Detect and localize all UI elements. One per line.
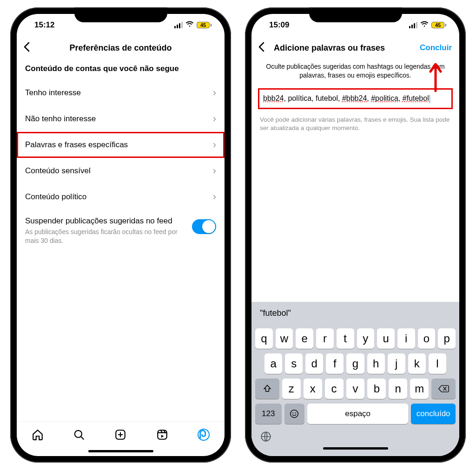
row-label: Conteúdo sensível [25, 166, 91, 176]
threads-icon[interactable] [198, 429, 210, 441]
key-f[interactable]: f [326, 353, 344, 374]
help-text: Oculte publicações sugeridas com hashtag… [251, 59, 459, 86]
key-done[interactable]: concluído [411, 404, 456, 424]
text-cursor [430, 95, 430, 103]
key-g[interactable]: g [346, 353, 364, 374]
key-u[interactable]: u [377, 328, 395, 349]
input-word: #bbb24 [342, 94, 367, 102]
key-h[interactable]: h [367, 353, 385, 374]
key-s[interactable]: s [285, 353, 303, 374]
key-n[interactable]: n [389, 379, 407, 399]
key-z[interactable]: z [282, 379, 301, 399]
settings-list: Tenho interesse › Não tenho interesse › … [17, 80, 225, 421]
key-o[interactable]: o [418, 328, 436, 349]
battery-icon: 45 [431, 22, 446, 28]
suspend-toggle[interactable] [192, 219, 216, 234]
key-backspace[interactable] [431, 379, 456, 399]
tab-bar [17, 421, 225, 447]
wifi-icon [420, 20, 429, 30]
svg-point-3 [291, 410, 298, 418]
create-icon[interactable] [114, 429, 126, 441]
keyboard-row-1: q w e r t y u i o p [253, 328, 457, 349]
keyboard-row-4: 123 espaço concluído [253, 404, 457, 424]
wifi-icon [185, 20, 194, 30]
chevron-right-icon: › [213, 113, 216, 125]
done-button[interactable]: Concluir [420, 43, 452, 52]
keyboard-candidate[interactable]: "futebol" [251, 302, 459, 325]
svg-point-4 [292, 412, 293, 413]
toggle-title: Suspender publicações sugeridas no feed [25, 216, 186, 226]
keyboard-row-2: a s d f g h j k l [253, 353, 457, 374]
key-r[interactable]: r [316, 328, 334, 349]
row-political[interactable]: Conteúdo político › [17, 184, 225, 210]
back-button[interactable] [23, 41, 30, 54]
key-i[interactable]: i [397, 328, 415, 349]
key-k[interactable]: k [408, 353, 426, 374]
input-hint: Você pode adicionar várias palavras, fra… [251, 111, 459, 138]
status-right: 45 [409, 20, 447, 30]
key-space[interactable]: espaço [307, 404, 408, 424]
keyboard: q w e r t y u i o p a s d f g h j k l [251, 325, 459, 456]
row-suspend-toggle: Suspender publicações sugeridas no feed … [17, 210, 225, 252]
page-title: Preferências de conteúdo [69, 43, 172, 53]
row-label: Tenho interesse [25, 88, 81, 98]
key-x[interactable]: x [304, 379, 322, 399]
search-icon[interactable] [73, 429, 85, 441]
key-q[interactable]: q [255, 328, 273, 349]
chevron-right-icon: › [213, 139, 216, 151]
key-l[interactable]: l [429, 353, 446, 374]
row-label: Palavras e frases específicas [25, 140, 128, 150]
key-numbers[interactable]: 123 [255, 404, 282, 424]
svg-point-5 [295, 412, 296, 413]
back-button[interactable] [258, 41, 264, 54]
svg-rect-2 [158, 430, 167, 439]
nav-header: Adicione palavras ou frases Concluir [251, 36, 459, 59]
row-words-phrases[interactable]: Palavras e frases específicas › [17, 132, 225, 158]
key-c[interactable]: c [325, 379, 344, 399]
home-indicator[interactable] [323, 447, 388, 450]
notch [74, 7, 167, 22]
key-globe[interactable] [253, 428, 457, 444]
status-time: 15:12 [34, 20, 54, 30]
home-indicator[interactable] [88, 450, 153, 452]
status-time: 15:09 [269, 20, 289, 30]
page-title: Adicione palavras ou frases [274, 43, 385, 53]
row-no-interest[interactable]: Não tenho interesse › [17, 106, 225, 132]
toggle-subtitle: As publicações sugeridas ficarão ocultas… [25, 228, 186, 245]
phone-right: 15:09 45 Adicione palavras ou frases Con… [245, 7, 466, 463]
key-b[interactable]: b [367, 379, 386, 399]
screen-right: 15:09 45 Adicione palavras ou frases Con… [251, 14, 459, 456]
key-y[interactable]: y [357, 328, 375, 349]
chevron-right-icon: › [213, 191, 216, 203]
input-word: #politica [371, 94, 398, 102]
keyboard-row-3: z x c v b n m [253, 379, 457, 399]
chevron-right-icon: › [213, 165, 216, 177]
key-d[interactable]: d [305, 353, 323, 374]
key-v[interactable]: v [346, 379, 365, 399]
section-title: Conteúdo de contas que você não segue [17, 59, 225, 80]
key-p[interactable]: p [438, 328, 456, 349]
key-j[interactable]: j [388, 353, 405, 374]
key-shift[interactable] [255, 379, 279, 399]
key-a[interactable]: a [264, 353, 282, 374]
phone-left: 15:12 45 Preferências de conteúdo Conteú… [10, 7, 231, 463]
cellular-signal-icon [174, 22, 183, 28]
key-w[interactable]: w [276, 328, 293, 349]
key-m[interactable]: m [410, 379, 429, 399]
row-sensitive[interactable]: Conteúdo sensível › [17, 158, 225, 184]
key-t[interactable]: t [337, 328, 354, 349]
reels-icon[interactable] [156, 429, 168, 441]
row-interest[interactable]: Tenho interesse › [17, 80, 225, 106]
key-emoji[interactable] [284, 404, 304, 424]
annotation-arrow [429, 63, 443, 92]
key-e[interactable]: e [296, 328, 313, 349]
battery-icon: 45 [197, 22, 212, 28]
screen-left: 15:12 45 Preferências de conteúdo Conteú… [17, 14, 225, 456]
input-word: bbb24 [263, 94, 284, 102]
words-input[interactable]: bbb24, política, futebol, #bbb24, #polit… [258, 88, 453, 109]
home-icon[interactable] [32, 429, 44, 441]
chevron-right-icon: › [213, 87, 216, 99]
nav-header: Preferências de conteúdo [17, 36, 225, 59]
status-right: 45 [174, 20, 212, 30]
input-word: #futebol [403, 94, 429, 102]
